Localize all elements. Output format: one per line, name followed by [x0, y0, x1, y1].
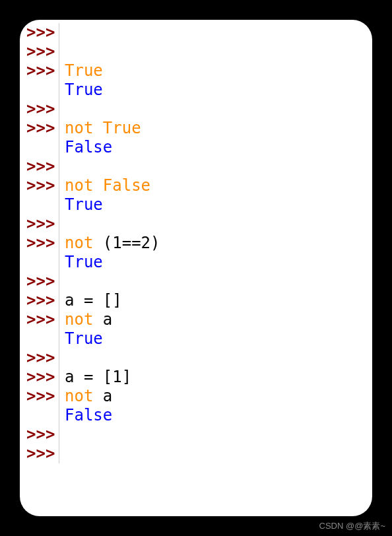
code-token: (1==2): [93, 234, 160, 252]
code-token: True: [103, 119, 141, 137]
code-token: not: [65, 119, 93, 137]
code-token: True: [65, 195, 103, 214]
prompt-gutter: >>>: [20, 444, 59, 463]
code-token: a: [93, 387, 112, 405]
prompt-gutter: >>>: [20, 23, 59, 42]
code-token: not: [65, 234, 93, 252]
code-content: [59, 23, 65, 42]
code-line: >>>not False: [20, 176, 372, 195]
code-content: not a: [59, 310, 112, 329]
code-line: >>>: [20, 349, 372, 368]
prompt-gutter: >>>: [20, 42, 59, 61]
prompt-gutter: [20, 138, 59, 157]
code-line: >>>: [20, 215, 372, 234]
code-token: not: [65, 387, 93, 405]
prompt-gutter: [20, 406, 59, 425]
watermark-text: CSDN @@素素~: [319, 520, 385, 532]
code-token: not: [65, 310, 93, 329]
prompt-gutter: >>>: [20, 157, 59, 176]
code-token: not: [65, 176, 93, 195]
code-line: True: [20, 81, 372, 100]
prompt-gutter: >>>: [20, 234, 59, 253]
code-content: [59, 444, 65, 463]
code-content: True: [59, 253, 103, 272]
code-token: [93, 119, 102, 137]
code-content: [59, 349, 65, 368]
prompt-gutter: >>>: [20, 368, 59, 387]
prompt-gutter: >>>: [20, 119, 59, 138]
code-content: [59, 272, 65, 291]
code-content: [59, 100, 65, 119]
code-line: >>>not a: [20, 310, 372, 329]
prompt-gutter: [20, 195, 59, 215]
code-content: [59, 42, 65, 61]
code-token: False: [65, 138, 112, 156]
code-token: a = [1]: [65, 368, 131, 386]
code-line: >>>: [20, 272, 372, 291]
code-content: a = [1]: [59, 368, 131, 387]
code-line: >>>True: [20, 61, 372, 81]
prompt-gutter: >>>: [20, 100, 59, 119]
code-token: [93, 176, 102, 195]
code-content: False: [59, 138, 112, 157]
code-line: >>>: [20, 42, 372, 61]
code-token: a = []: [65, 291, 122, 310]
code-content: True: [59, 61, 103, 81]
code-line: >>>: [20, 23, 372, 42]
code-content: not a: [59, 387, 112, 406]
code-line: >>>: [20, 425, 372, 444]
code-line: >>>not a: [20, 387, 372, 406]
code-line: True: [20, 329, 372, 349]
code-line: >>>: [20, 444, 372, 463]
code-line: >>>: [20, 157, 372, 176]
prompt-gutter: >>>: [20, 176, 59, 195]
code-line: True: [20, 195, 372, 215]
code-content: True: [59, 329, 103, 349]
code-line: False: [20, 406, 372, 425]
code-token: True: [65, 253, 103, 271]
prompt-gutter: [20, 81, 59, 100]
prompt-gutter: [20, 329, 59, 349]
prompt-gutter: [20, 253, 59, 272]
code-content: True: [59, 81, 103, 100]
prompt-gutter: >>>: [20, 272, 59, 291]
code-content: True: [59, 195, 103, 215]
code-line: >>>a = [1]: [20, 368, 372, 387]
code-content: False: [59, 406, 112, 425]
code-content: [59, 157, 65, 176]
prompt-gutter: >>>: [20, 387, 59, 406]
code-line: >>>not (1==2): [20, 234, 372, 253]
code-line: >>>a = []: [20, 291, 372, 310]
code-token: False: [65, 406, 112, 424]
code-token: True: [65, 81, 103, 99]
code-token: True: [65, 61, 103, 80]
prompt-gutter: >>>: [20, 349, 59, 368]
code-content: [59, 425, 65, 444]
code-content: a = []: [59, 291, 122, 310]
prompt-gutter: >>>: [20, 425, 59, 444]
code-line: False: [20, 138, 372, 157]
terminal-window: >>>>>>>>>TrueTrue>>>>>>not TrueFalse>>>>…: [20, 20, 372, 516]
prompt-gutter: >>>: [20, 215, 59, 234]
code-line: >>>not True: [20, 119, 372, 138]
code-token: a: [93, 310, 112, 329]
code-content: not True: [59, 119, 141, 138]
code-content: [59, 215, 65, 234]
code-content: not (1==2): [59, 234, 160, 253]
prompt-gutter: >>>: [20, 291, 59, 310]
prompt-gutter: >>>: [20, 310, 59, 329]
code-token: False: [103, 176, 150, 195]
code-token: True: [65, 329, 103, 348]
code-content: not False: [59, 176, 150, 195]
prompt-gutter: >>>: [20, 61, 59, 81]
code-line: True: [20, 253, 372, 272]
code-line: >>>: [20, 100, 372, 119]
